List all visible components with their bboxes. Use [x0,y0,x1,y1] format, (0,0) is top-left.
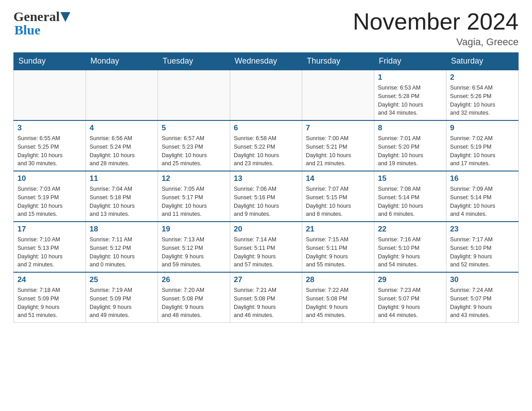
day-number: 22 [378,225,442,234]
calendar-cell: 17Sunrise: 7:10 AM Sunset: 5:13 PM Dayli… [14,222,86,272]
calendar-cell: 16Sunrise: 7:09 AM Sunset: 5:14 PM Dayli… [446,171,519,222]
day-number: 17 [17,225,82,234]
day-number: 9 [450,124,515,133]
day-number: 29 [378,275,442,284]
day-info: Sunrise: 7:05 AM Sunset: 5:17 PM Dayligh… [162,185,226,218]
day-info: Sunrise: 7:11 AM Sunset: 5:12 PM Dayligh… [90,235,154,269]
calendar-cell: 5Sunrise: 6:57 AM Sunset: 5:23 PM Daylig… [158,120,230,171]
day-info: Sunrise: 7:09 AM Sunset: 5:14 PM Dayligh… [450,185,515,218]
day-number: 18 [90,225,154,234]
calendar-cell: 22Sunrise: 7:16 AM Sunset: 5:10 PM Dayli… [374,222,446,272]
day-number: 10 [17,174,82,183]
day-number: 8 [378,124,442,133]
day-number: 13 [234,174,298,183]
day-number: 6 [234,124,298,133]
week-row-4: 24Sunrise: 7:18 AM Sunset: 5:09 PM Dayli… [14,272,519,323]
day-info: Sunrise: 7:04 AM Sunset: 5:18 PM Dayligh… [90,185,154,218]
calendar-cell: 23Sunrise: 7:17 AM Sunset: 5:10 PM Dayli… [446,222,519,272]
day-number: 3 [17,124,82,133]
day-number: 19 [162,225,226,234]
calendar-cell: 30Sunrise: 7:24 AM Sunset: 5:07 PM Dayli… [446,272,519,323]
day-number: 20 [234,225,298,234]
calendar-cell: 7Sunrise: 7:00 AM Sunset: 5:21 PM Daylig… [302,120,374,171]
calendar-cell: 20Sunrise: 7:14 AM Sunset: 5:11 PM Dayli… [230,222,302,272]
day-info: Sunrise: 7:21 AM Sunset: 5:08 PM Dayligh… [234,286,298,320]
day-info: Sunrise: 7:15 AM Sunset: 5:11 PM Dayligh… [306,235,370,269]
day-number: 11 [90,174,154,183]
day-number: 28 [306,275,370,284]
day-number: 24 [17,275,82,284]
day-number: 12 [162,174,226,183]
day-info: Sunrise: 7:00 AM Sunset: 5:21 PM Dayligh… [306,134,370,168]
day-info: Sunrise: 6:56 AM Sunset: 5:24 PM Dayligh… [90,134,154,168]
day-info: Sunrise: 7:13 AM Sunset: 5:12 PM Dayligh… [162,235,226,269]
calendar-cell [302,70,374,120]
calendar-cell: 26Sunrise: 7:20 AM Sunset: 5:08 PM Dayli… [158,272,230,323]
calendar-cell: 2Sunrise: 6:54 AM Sunset: 5:26 PM Daylig… [446,70,519,120]
day-number: 16 [450,174,515,183]
day-number: 7 [306,124,370,133]
logo-general-text: General [13,9,60,24]
day-info: Sunrise: 7:18 AM Sunset: 5:09 PM Dayligh… [17,286,82,320]
calendar-cell: 21Sunrise: 7:15 AM Sunset: 5:11 PM Dayli… [302,222,374,272]
day-number: 26 [162,275,226,284]
day-number: 30 [450,275,515,284]
calendar-cell: 25Sunrise: 7:19 AM Sunset: 5:09 PM Dayli… [86,272,158,323]
day-info: Sunrise: 7:23 AM Sunset: 5:07 PM Dayligh… [378,286,442,320]
day-info: Sunrise: 6:53 AM Sunset: 5:28 PM Dayligh… [378,84,442,117]
week-row-3: 17Sunrise: 7:10 AM Sunset: 5:13 PM Dayli… [14,222,519,272]
day-info: Sunrise: 7:19 AM Sunset: 5:09 PM Dayligh… [90,286,154,320]
logo: General Blue [13,9,70,38]
svg-marker-0 [60,12,70,22]
col-friday: Friday [374,53,446,70]
calendar-cell: 29Sunrise: 7:23 AM Sunset: 5:07 PM Dayli… [374,272,446,323]
day-number: 5 [162,124,226,133]
calendar-cell: 14Sunrise: 7:07 AM Sunset: 5:15 PM Dayli… [302,171,374,222]
title-section: November 2024 Vagia, Greece [353,9,519,48]
days-of-week-row: Sunday Monday Tuesday Wednesday Thursday… [14,53,519,70]
col-thursday: Thursday [302,53,374,70]
calendar-cell: 4Sunrise: 6:56 AM Sunset: 5:24 PM Daylig… [86,120,158,171]
day-number: 2 [450,73,515,82]
calendar-cell: 10Sunrise: 7:03 AM Sunset: 5:19 PM Dayli… [14,171,86,222]
calendar-cell: 8Sunrise: 7:01 AM Sunset: 5:20 PM Daylig… [374,120,446,171]
week-row-2: 10Sunrise: 7:03 AM Sunset: 5:19 PM Dayli… [14,171,519,222]
day-number: 25 [90,275,154,284]
col-saturday: Saturday [446,53,519,70]
calendar-cell: 11Sunrise: 7:04 AM Sunset: 5:18 PM Dayli… [86,171,158,222]
day-info: Sunrise: 7:14 AM Sunset: 5:11 PM Dayligh… [234,235,298,269]
col-tuesday: Tuesday [158,53,230,70]
calendar-cell [14,70,86,120]
day-info: Sunrise: 7:01 AM Sunset: 5:20 PM Dayligh… [378,134,442,168]
day-number: 1 [378,73,442,82]
day-info: Sunrise: 7:07 AM Sunset: 5:15 PM Dayligh… [306,185,370,218]
calendar-cell [86,70,158,120]
calendar-cell: 19Sunrise: 7:13 AM Sunset: 5:12 PM Dayli… [158,222,230,272]
location: Vagia, Greece [353,36,519,48]
calendar-cell: 28Sunrise: 7:22 AM Sunset: 5:08 PM Dayli… [302,272,374,323]
day-info: Sunrise: 7:20 AM Sunset: 5:08 PM Dayligh… [162,286,226,320]
day-info: Sunrise: 7:22 AM Sunset: 5:08 PM Dayligh… [306,286,370,320]
day-info: Sunrise: 6:55 AM Sunset: 5:25 PM Dayligh… [17,134,82,168]
day-number: 14 [306,174,370,183]
day-info: Sunrise: 7:16 AM Sunset: 5:10 PM Dayligh… [378,235,442,269]
day-number: 23 [450,225,515,234]
calendar-cell: 9Sunrise: 7:02 AM Sunset: 5:19 PM Daylig… [446,120,519,171]
calendar-table: Sunday Monday Tuesday Wednesday Thursday… [13,52,519,323]
day-info: Sunrise: 7:17 AM Sunset: 5:10 PM Dayligh… [450,235,515,269]
day-info: Sunrise: 6:54 AM Sunset: 5:26 PM Dayligh… [450,84,515,117]
calendar-cell: 15Sunrise: 7:08 AM Sunset: 5:14 PM Dayli… [374,171,446,222]
page-header: General Blue November 2024 Vagia, Greece [13,9,519,48]
day-info: Sunrise: 6:57 AM Sunset: 5:23 PM Dayligh… [162,134,226,168]
day-number: 27 [234,275,298,284]
day-number: 15 [378,174,442,183]
week-row-0: 1Sunrise: 6:53 AM Sunset: 5:28 PM Daylig… [14,70,519,120]
week-row-1: 3Sunrise: 6:55 AM Sunset: 5:25 PM Daylig… [14,120,519,171]
calendar-cell: 24Sunrise: 7:18 AM Sunset: 5:09 PM Dayli… [14,272,86,323]
logo-blue-text: Blue [14,22,40,37]
day-info: Sunrise: 7:02 AM Sunset: 5:19 PM Dayligh… [450,134,515,168]
calendar-cell: 18Sunrise: 7:11 AM Sunset: 5:12 PM Dayli… [86,222,158,272]
day-number: 4 [90,124,154,133]
day-info: Sunrise: 7:10 AM Sunset: 5:13 PM Dayligh… [17,235,82,269]
col-wednesday: Wednesday [230,53,302,70]
